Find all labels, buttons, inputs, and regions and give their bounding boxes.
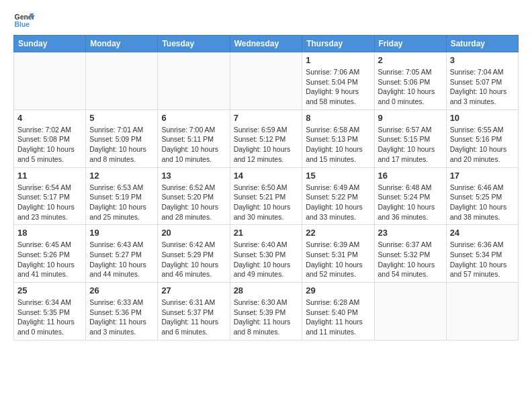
- day-info: Sunrise: 6:54 AM Sunset: 5:17 PM Dayligh…: [17, 183, 82, 222]
- calendar-cell: 13Sunrise: 6:52 AM Sunset: 5:20 PM Dayli…: [158, 167, 230, 225]
- day-number: 26: [89, 285, 154, 295]
- day-info: Sunrise: 6:43 AM Sunset: 5:27 PM Dayligh…: [89, 240, 154, 279]
- calendar-cell: 2Sunrise: 7:05 AM Sunset: 5:06 PM Daylig…: [374, 52, 446, 110]
- day-info: Sunrise: 7:06 AM Sunset: 5:04 PM Dayligh…: [306, 67, 370, 107]
- calendar-cell: 21Sunrise: 6:40 AM Sunset: 5:30 PM Dayli…: [230, 225, 302, 283]
- day-number: 8: [306, 113, 370, 123]
- calendar-cell: [86, 52, 158, 110]
- calendar-cell: [158, 52, 230, 110]
- header: General Blue: [13, 11, 519, 30]
- day-info: Sunrise: 6:30 AM Sunset: 5:39 PM Dayligh…: [234, 298, 299, 337]
- logo-icon: General Blue: [13, 11, 35, 30]
- calendar-cell: 9Sunrise: 6:57 AM Sunset: 5:15 PM Daylig…: [374, 109, 446, 167]
- calendar-cell: 5Sunrise: 7:01 AM Sunset: 5:09 PM Daylig…: [86, 109, 158, 167]
- day-info: Sunrise: 6:37 AM Sunset: 5:32 PM Dayligh…: [378, 240, 443, 279]
- day-number: 21: [234, 228, 299, 238]
- day-number: 14: [234, 171, 299, 181]
- week-row-5: 25Sunrise: 6:34 AM Sunset: 5:35 PM Dayli…: [14, 283, 519, 340]
- day-info: Sunrise: 6:52 AM Sunset: 5:20 PM Dayligh…: [161, 183, 226, 222]
- day-info: Sunrise: 7:04 AM Sunset: 5:07 PM Dayligh…: [450, 67, 515, 107]
- day-number: 17: [450, 171, 515, 181]
- calendar-cell: 24Sunrise: 6:36 AM Sunset: 5:34 PM Dayli…: [446, 225, 518, 283]
- calendar-cell: 19Sunrise: 6:43 AM Sunset: 5:27 PM Dayli…: [86, 225, 158, 283]
- day-info: Sunrise: 7:00 AM Sunset: 5:11 PM Dayligh…: [161, 125, 226, 165]
- calendar-cell: 17Sunrise: 6:46 AM Sunset: 5:25 PM Dayli…: [446, 167, 518, 225]
- day-number: 18: [17, 228, 82, 238]
- calendar-cell: 1Sunrise: 7:06 AM Sunset: 5:04 PM Daylig…: [302, 52, 374, 110]
- weekday-header-sunday: Sunday: [14, 36, 86, 52]
- day-number: 29: [306, 285, 370, 295]
- calendar-table: SundayMondayTuesdayWednesdayThursdayFrid…: [13, 35, 519, 340]
- day-info: Sunrise: 7:01 AM Sunset: 5:09 PM Dayligh…: [89, 125, 154, 165]
- day-info: Sunrise: 6:45 AM Sunset: 5:26 PM Dayligh…: [17, 240, 82, 279]
- day-info: Sunrise: 6:39 AM Sunset: 5:31 PM Dayligh…: [306, 240, 370, 279]
- calendar-cell: 4Sunrise: 7:02 AM Sunset: 5:08 PM Daylig…: [14, 109, 86, 167]
- calendar-cell: [14, 52, 86, 110]
- week-row-3: 11Sunrise: 6:54 AM Sunset: 5:17 PM Dayli…: [14, 167, 519, 225]
- week-row-4: 18Sunrise: 6:45 AM Sunset: 5:26 PM Dayli…: [14, 225, 519, 283]
- day-info: Sunrise: 7:05 AM Sunset: 5:06 PM Dayligh…: [378, 67, 443, 107]
- day-number: 24: [450, 228, 515, 238]
- day-number: 12: [89, 171, 154, 181]
- calendar-cell: 18Sunrise: 6:45 AM Sunset: 5:26 PM Dayli…: [14, 225, 86, 283]
- svg-text:Blue: Blue: [15, 21, 30, 28]
- day-info: Sunrise: 6:34 AM Sunset: 5:35 PM Dayligh…: [17, 298, 82, 337]
- calendar-cell: 20Sunrise: 6:42 AM Sunset: 5:29 PM Dayli…: [158, 225, 230, 283]
- day-number: 16: [378, 171, 443, 181]
- day-number: 2: [378, 55, 443, 65]
- calendar-cell: [230, 52, 302, 110]
- day-info: Sunrise: 6:36 AM Sunset: 5:34 PM Dayligh…: [450, 240, 515, 279]
- weekday-header-saturday: Saturday: [446, 36, 518, 52]
- day-info: Sunrise: 6:53 AM Sunset: 5:19 PM Dayligh…: [89, 183, 154, 222]
- day-number: 28: [234, 285, 299, 295]
- calendar-cell: 7Sunrise: 6:59 AM Sunset: 5:12 PM Daylig…: [230, 109, 302, 167]
- weekday-header-row: SundayMondayTuesdayWednesdayThursdayFrid…: [14, 36, 519, 52]
- calendar-cell: 11Sunrise: 6:54 AM Sunset: 5:17 PM Dayli…: [14, 167, 86, 225]
- calendar-cell: 26Sunrise: 6:33 AM Sunset: 5:36 PM Dayli…: [86, 283, 158, 340]
- calendar-cell: 28Sunrise: 6:30 AM Sunset: 5:39 PM Dayli…: [230, 283, 302, 340]
- calendar-cell: 10Sunrise: 6:55 AM Sunset: 5:16 PM Dayli…: [446, 109, 518, 167]
- calendar-cell: [446, 283, 518, 340]
- day-number: 27: [161, 285, 226, 295]
- weekday-header-tuesday: Tuesday: [158, 36, 230, 52]
- weekday-header-monday: Monday: [86, 36, 158, 52]
- calendar-cell: 6Sunrise: 7:00 AM Sunset: 5:11 PM Daylig…: [158, 109, 230, 167]
- day-info: Sunrise: 6:58 AM Sunset: 5:13 PM Dayligh…: [306, 125, 370, 165]
- calendar-cell: 16Sunrise: 6:48 AM Sunset: 5:24 PM Dayli…: [374, 167, 446, 225]
- day-info: Sunrise: 6:57 AM Sunset: 5:15 PM Dayligh…: [378, 125, 443, 165]
- day-info: Sunrise: 6:33 AM Sunset: 5:36 PM Dayligh…: [89, 298, 154, 337]
- day-info: Sunrise: 6:40 AM Sunset: 5:30 PM Dayligh…: [234, 240, 299, 279]
- day-info: Sunrise: 6:42 AM Sunset: 5:29 PM Dayligh…: [161, 240, 226, 279]
- day-number: 9: [378, 113, 443, 123]
- day-number: 22: [306, 228, 370, 238]
- calendar-cell: 23Sunrise: 6:37 AM Sunset: 5:32 PM Dayli…: [374, 225, 446, 283]
- day-info: Sunrise: 6:28 AM Sunset: 5:40 PM Dayligh…: [306, 298, 370, 337]
- day-info: Sunrise: 6:49 AM Sunset: 5:22 PM Dayligh…: [306, 183, 370, 222]
- calendar-cell: 14Sunrise: 6:50 AM Sunset: 5:21 PM Dayli…: [230, 167, 302, 225]
- day-number: 11: [17, 171, 82, 181]
- logo: General Blue: [13, 11, 38, 30]
- day-number: 13: [161, 171, 226, 181]
- calendar-cell: 27Sunrise: 6:31 AM Sunset: 5:37 PM Dayli…: [158, 283, 230, 340]
- weekday-header-wednesday: Wednesday: [230, 36, 302, 52]
- day-number: 10: [450, 113, 515, 123]
- day-number: 3: [450, 55, 515, 65]
- calendar-cell: 22Sunrise: 6:39 AM Sunset: 5:31 PM Dayli…: [302, 225, 374, 283]
- day-number: 23: [378, 228, 443, 238]
- day-info: Sunrise: 6:46 AM Sunset: 5:25 PM Dayligh…: [450, 183, 515, 222]
- calendar-cell: 25Sunrise: 6:34 AM Sunset: 5:35 PM Dayli…: [14, 283, 86, 340]
- day-info: Sunrise: 7:02 AM Sunset: 5:08 PM Dayligh…: [17, 125, 82, 165]
- day-number: 19: [89, 228, 154, 238]
- day-info: Sunrise: 6:59 AM Sunset: 5:12 PM Dayligh…: [234, 125, 299, 165]
- day-number: 20: [161, 228, 226, 238]
- day-number: 7: [234, 113, 299, 123]
- calendar-cell: 3Sunrise: 7:04 AM Sunset: 5:07 PM Daylig…: [446, 52, 518, 110]
- day-info: Sunrise: 6:50 AM Sunset: 5:21 PM Dayligh…: [234, 183, 299, 222]
- weekday-header-friday: Friday: [374, 36, 446, 52]
- day-number: 25: [17, 285, 82, 295]
- week-row-1: 1Sunrise: 7:06 AM Sunset: 5:04 PM Daylig…: [14, 52, 519, 110]
- calendar-cell: 8Sunrise: 6:58 AM Sunset: 5:13 PM Daylig…: [302, 109, 374, 167]
- day-info: Sunrise: 6:55 AM Sunset: 5:16 PM Dayligh…: [450, 125, 515, 165]
- day-info: Sunrise: 6:31 AM Sunset: 5:37 PM Dayligh…: [161, 298, 226, 337]
- calendar-cell: [374, 283, 446, 340]
